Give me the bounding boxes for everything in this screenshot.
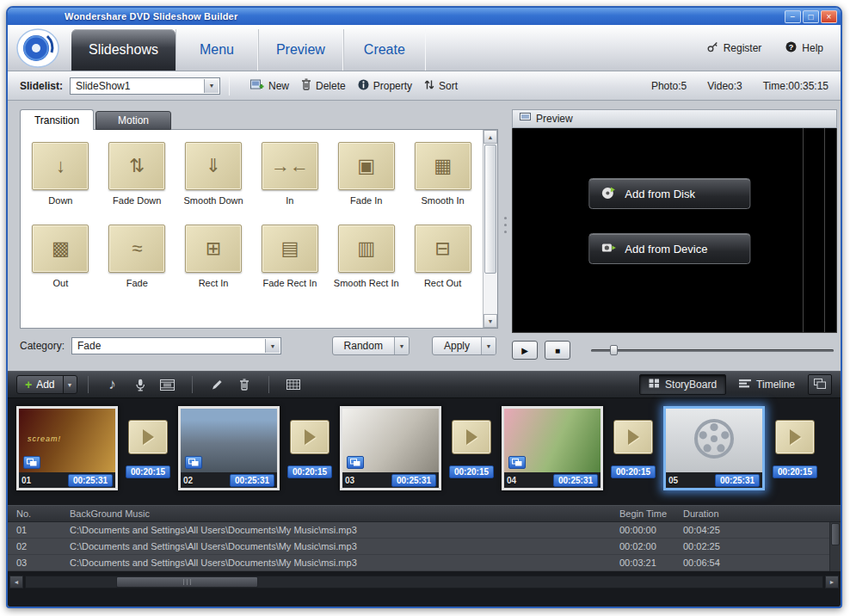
transition-item[interactable]: ▤ Fade Rect In — [252, 225, 329, 288]
background-music-table: No. BackGround Music Begin Time Duration… — [8, 505, 841, 571]
transition-thumb: →← — [262, 142, 318, 190]
tab-slideshows[interactable]: Slideshows — [71, 29, 176, 71]
scroll-up-icon[interactable]: ▲ — [484, 130, 497, 144]
add-from-device-button[interactable]: Add from Device — [588, 233, 750, 264]
storyboard-slide-selected[interactable]: 0500:25:31 — [663, 406, 765, 490]
scrollbar-thumb[interactable] — [831, 523, 840, 545]
panel-splitter[interactable] — [502, 217, 508, 233]
titlebar[interactable]: Wondershare DVD Slideshow Builder − □ × — [8, 8, 841, 25]
delete-label: Delete — [316, 80, 346, 92]
table-scrollbar[interactable] — [829, 522, 841, 571]
slidelist-dropdown[interactable]: SlideShow1 ▼ — [70, 77, 220, 95]
transition-thumb-icon: ⊟ — [434, 237, 450, 260]
register-button[interactable]: Register — [707, 41, 762, 55]
tab-motion[interactable]: Motion — [95, 111, 171, 130]
category-dropdown[interactable]: Fade ▼ — [71, 337, 281, 354]
scrollbar-thumb[interactable] — [116, 576, 258, 588]
transition-item-label: Fade In — [350, 195, 382, 206]
monitor-icon — [520, 113, 531, 125]
switch-view-button[interactable] — [808, 374, 832, 395]
transition-scrollbar[interactable]: ▲ ▼ — [483, 130, 497, 328]
scrollbar-track[interactable] — [25, 576, 823, 588]
storyboard-slide[interactable]: 0400:25:31 — [502, 406, 603, 490]
film-frame-icon[interactable] — [157, 375, 178, 394]
transition-item[interactable]: ▣ Fade In — [328, 142, 404, 206]
add-media-button[interactable]: + Add ▼ — [16, 375, 77, 394]
scrollbar-thumb[interactable] — [484, 145, 496, 274]
storyboard-slide[interactable]: 0200:25:31 — [178, 406, 280, 490]
nav-tabs: Slideshows Menu Preview Create — [71, 29, 426, 71]
chevron-down-icon[interactable]: ▼ — [63, 376, 77, 393]
horizontal-scrollbar[interactable]: ◄ ► — [9, 575, 839, 588]
sort-button[interactable]: Sort — [424, 79, 458, 93]
table-row[interactable]: 02 C:\Documents and Settings\All Users\D… — [8, 539, 829, 555]
transition-item[interactable]: ▦ Smooth In — [404, 142, 481, 206]
music-note-icon[interactable]: ♪ — [102, 375, 123, 394]
chevron-down-icon[interactable]: ▼ — [481, 337, 496, 354]
scroll-right-icon[interactable]: ► — [825, 576, 839, 588]
storyboard-transition[interactable]: 00:20:15 — [452, 420, 491, 478]
tab-timeline[interactable]: Timeline — [730, 374, 804, 395]
scrollbar-track[interactable] — [484, 144, 497, 314]
slide-duration-badge: 00:25:31 — [230, 474, 274, 487]
slide-thumbnail — [666, 409, 762, 472]
transition-item[interactable]: ▥ Smooth Rect In — [328, 225, 404, 288]
transition-item-label: Out — [53, 278, 69, 288]
microphone-icon[interactable] — [130, 375, 151, 394]
delete-button[interactable]: Delete — [301, 78, 346, 93]
storyboard-transition[interactable]: 00:20:15 — [290, 420, 330, 478]
chevron-down-icon[interactable]: ▼ — [265, 339, 280, 353]
transition-item[interactable]: ⇓ Smooth Down — [176, 142, 252, 206]
storyboard-transition[interactable]: 00:20:15 — [128, 420, 168, 478]
storyboard-transition[interactable]: 00:20:15 — [775, 420, 815, 478]
transition-item[interactable]: ⇅ Fade Down — [99, 142, 176, 206]
table-row[interactable]: 03 C:\Documents and Settings\All Users\D… — [8, 555, 829, 571]
new-button[interactable]: New — [250, 78, 289, 93]
random-button[interactable]: Random ▼ — [332, 336, 410, 355]
pencil-icon[interactable] — [206, 375, 227, 394]
trash-icon[interactable] — [234, 375, 255, 394]
close-button[interactable]: × — [821, 10, 837, 23]
register-label: Register — [724, 42, 762, 54]
tab-create[interactable]: Create — [343, 29, 426, 71]
row-path: C:\Documents and Settings\All Users\Docu… — [56, 557, 619, 568]
transition-item[interactable]: ↓ Down — [22, 142, 99, 206]
chevron-down-icon[interactable]: ▼ — [394, 337, 409, 354]
transition-item[interactable]: ≈ Fade — [99, 225, 176, 288]
tab-storyboard[interactable]: StoryBoard — [639, 374, 726, 395]
tab-preview[interactable]: Preview — [258, 29, 343, 71]
chevron-down-icon[interactable]: ▼ — [204, 79, 219, 93]
add-label: Add — [36, 379, 54, 391]
slider-thumb[interactable] — [610, 345, 618, 355]
transition-item[interactable]: ⊟ Rect Out — [404, 225, 481, 288]
tab-transition[interactable]: Transition — [20, 109, 94, 130]
add-from-disk-button[interactable]: Add from Disk — [588, 178, 750, 209]
maximize-button[interactable]: □ — [803, 10, 819, 23]
seek-slider[interactable] — [591, 344, 834, 356]
scroll-left-icon[interactable]: ◄ — [9, 576, 23, 588]
column-header-no: No. — [8, 508, 56, 519]
total-time: Time:00:35:15 — [763, 80, 828, 92]
property-button[interactable]: Property — [358, 79, 412, 93]
transition-time-badge: 00:20:15 — [287, 465, 332, 478]
storyboard-slide[interactable]: 0300:25:31 — [340, 406, 441, 490]
project-stats: Photo:5 Video:3 Time:00:35:15 — [651, 80, 828, 92]
tab-menu[interactable]: Menu — [176, 29, 258, 71]
table-row[interactable]: 01 C:\Documents and Settings\All Users\D… — [8, 522, 829, 539]
help-button[interactable]: ? Help — [785, 41, 823, 55]
transition-item[interactable]: ▩ Out — [22, 225, 99, 288]
play-button[interactable]: ▶ — [512, 341, 538, 360]
apply-button[interactable]: Apply ▼ — [432, 336, 496, 355]
storyboard-transition[interactable]: 00:20:15 — [613, 420, 653, 478]
svg-text:?: ? — [789, 42, 794, 51]
storyboard-slide[interactable]: scream! 0100:25:31 — [16, 406, 118, 490]
grid-icon[interactable] — [283, 375, 304, 394]
transition-item[interactable]: ⊞ Rect In — [176, 225, 252, 288]
column-header-music: BackGround Music — [56, 508, 619, 519]
stop-button[interactable]: ■ — [545, 341, 570, 360]
minimize-button[interactable]: − — [785, 10, 801, 23]
transition-item[interactable]: →← In — [252, 142, 329, 206]
slide-duration-badge: 00:25:31 — [68, 474, 113, 487]
slider-track[interactable] — [591, 349, 834, 352]
scroll-down-icon[interactable]: ▼ — [484, 314, 497, 328]
